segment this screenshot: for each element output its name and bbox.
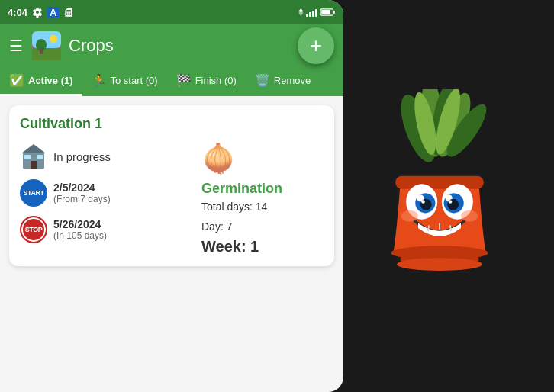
svg-rect-7 (32, 48, 61, 60)
card-left: In progress START 2/5/2024 (From 7 days) (20, 143, 194, 255)
svg-point-43 (461, 210, 478, 222)
svg-rect-13 (31, 161, 37, 169)
time-display: 4:04 (8, 7, 27, 18)
status-left: 4:04 A (8, 7, 74, 18)
tab-active[interactable]: ✅ Active (1) (0, 67, 82, 96)
card-body: In progress START 2/5/2024 (From 7 days) (20, 143, 324, 255)
start-badge-text: START (24, 189, 44, 197)
gear-icon (32, 7, 43, 18)
stop-badge: STOP (20, 216, 47, 243)
add-crop-button[interactable]: + (298, 27, 334, 64)
card-title: Cultivation 1 (20, 116, 324, 132)
a-icon: A (47, 7, 59, 18)
remove-tab-icon: 🗑️ (255, 73, 270, 88)
to-start-tab-label: To start (0) (111, 75, 158, 86)
sim-icon (63, 7, 74, 18)
status-bar: 4:04 A (0, 0, 343, 24)
end-date-sub: (In 105 days) (53, 230, 107, 241)
end-date-row: STOP 5/26/2024 (In 105 days) (20, 216, 194, 243)
svg-point-42 (401, 210, 418, 222)
svg-point-10 (50, 35, 57, 43)
active-tab-icon: ✅ (9, 73, 24, 88)
app-title-area: Crops (32, 31, 288, 60)
wifi-icon (291, 8, 303, 17)
start-date-sub: (From 7 days) (53, 194, 111, 204)
svg-line-41 (450, 225, 451, 230)
signal-bars (306, 8, 317, 17)
total-days: Total days: 14 (201, 198, 324, 217)
plant-icon: 🧅 (201, 143, 324, 175)
finish-tab-icon: 🏁 (176, 73, 192, 88)
building-icon (20, 143, 47, 170)
status-text: In progress (53, 150, 111, 163)
plant-top (394, 89, 492, 166)
phone-screen: 4:04 A (0, 0, 343, 392)
svg-point-28 (397, 258, 482, 271)
start-date-row: START 2/5/2024 (From 7 days) (20, 179, 194, 207)
svg-rect-25 (395, 176, 484, 189)
mascot-area: 👈 (325, 0, 554, 392)
svg-marker-12 (21, 144, 46, 153)
end-date: 5/26/2024 (53, 218, 107, 230)
tab-finish[interactable]: 🏁 Finish (0) (167, 67, 246, 96)
active-tab-label: Active (1) (28, 75, 73, 86)
cultivation-card: Cultivation 1 (9, 105, 334, 266)
app-title: Crops (69, 36, 114, 56)
status-row: In progress (20, 143, 194, 170)
app-bar: ☰ Crops + (0, 24, 343, 67)
svg-line-40 (428, 225, 429, 230)
remove-tab-label: Remove (274, 75, 311, 86)
start-date: 2/5/2024 (53, 182, 111, 194)
start-date-info: 2/5/2024 (From 7 days) (53, 182, 111, 204)
tab-remove[interactable]: 🗑️ Remove (246, 67, 320, 96)
content-area: Cultivation 1 (0, 96, 343, 275)
svg-rect-15 (37, 155, 43, 159)
week-count: Week: 1 (201, 238, 324, 255)
day-count: Day: 7 (201, 218, 324, 236)
start-badge: START (20, 179, 47, 207)
hamburger-button[interactable]: ☰ (9, 37, 23, 55)
finish-tab-label: Finish (0) (195, 75, 237, 86)
tab-to-start[interactable]: 🏃 To start (0) (82, 67, 167, 96)
stop-badge-text: STOP (25, 226, 42, 233)
crop-logo-icon (32, 31, 61, 60)
germination-label: Germination (201, 181, 324, 197)
card-right: 🧅 Germination Total days: 14 Day: 7 Week… (201, 143, 324, 255)
svg-point-38 (449, 200, 453, 204)
svg-rect-14 (24, 155, 31, 159)
end-date-info: 5/26/2024 (In 105 days) (53, 218, 107, 241)
pot-mascot (356, 89, 523, 303)
to-start-tab-icon: 🏃 (92, 73, 107, 88)
svg-rect-9 (40, 48, 43, 54)
tabs-bar: ✅ Active (1) 🏃 To start (0) 🏁 Finish (0)… (0, 67, 343, 96)
svg-point-37 (421, 200, 425, 204)
